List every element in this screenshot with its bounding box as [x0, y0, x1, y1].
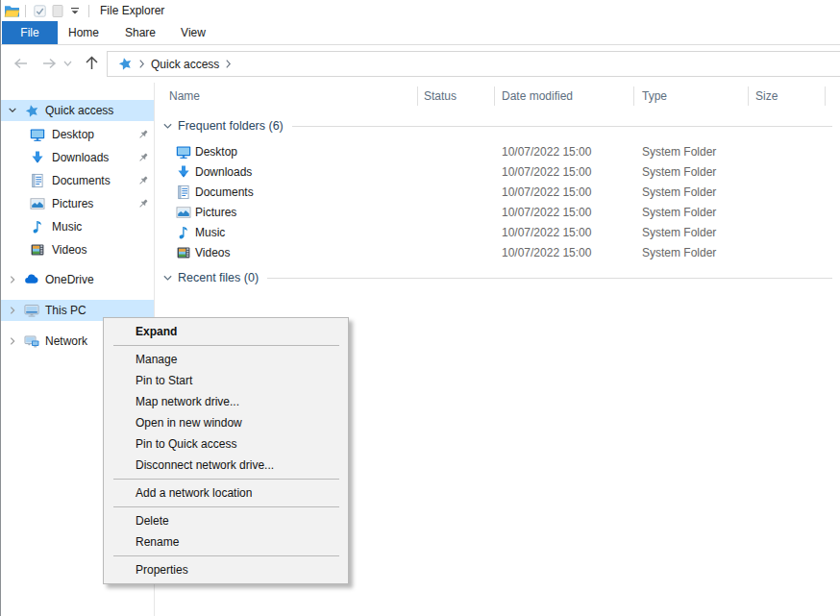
menu-item-pin-to-quick-access[interactable]: Pin to Quick access	[104, 433, 348, 455]
sidebar-item-label: Network	[45, 334, 87, 348]
sidebar-item-quick-access[interactable]: Quick access	[1, 100, 154, 121]
chevron-down-icon[interactable]	[162, 273, 173, 283]
chevron-down-icon[interactable]	[8, 106, 24, 115]
tab-label: Home	[68, 26, 99, 39]
sidebar-item-label: Downloads	[52, 151, 109, 164]
menu-item-pin-to-start[interactable]: Pin to Start	[104, 370, 348, 391]
sidebar-item-pictures[interactable]: Pictures	[1, 192, 154, 215]
sidebar-item-documents[interactable]: Documents	[1, 169, 154, 192]
sidebar-item-downloads[interactable]: Downloads	[1, 146, 154, 169]
file-name: Music	[195, 226, 225, 239]
videos-icon	[176, 245, 191, 260]
tab-share[interactable]: Share	[110, 21, 171, 44]
forward-button[interactable]	[41, 57, 58, 70]
file-row-music[interactable]: Music10/07/2022 15:00System Folder	[156, 222, 832, 242]
file-name: Downloads	[195, 165, 252, 179]
file-row-pictures[interactable]: Pictures10/07/2022 15:00System Folder	[156, 202, 832, 222]
file-date-modified: 10/07/2022 15:00	[502, 165, 642, 179]
music-icon	[30, 219, 45, 234]
file-type: System Folder	[642, 246, 716, 259]
breadcrumb-chevron-icon[interactable]	[225, 59, 232, 69]
sidebar-item-onedrive[interactable]: OneDrive	[1, 269, 154, 290]
column-header-date-modified[interactable]: Date modified	[502, 85, 573, 108]
menu-item-open-in-new-window[interactable]: Open in new window	[104, 412, 348, 433]
column-divider[interactable]	[494, 86, 495, 106]
column-header-size[interactable]: Size	[755, 85, 778, 108]
column-header-name[interactable]: Name	[169, 85, 200, 108]
group-header-frequent-folders-6[interactable]: Frequent folders (6)	[156, 115, 832, 136]
sidebar-item-videos[interactable]: Videos	[1, 238, 154, 261]
chevron-down-icon[interactable]	[162, 121, 173, 132]
toolbar-separator	[88, 5, 89, 17]
back-button[interactable]	[12, 57, 29, 70]
menu-item-add-a-network-location[interactable]: Add a network location	[104, 482, 348, 504]
file-type: System Folder	[642, 226, 716, 239]
context-menu: ExpandManagePin to StartMap network driv…	[103, 317, 349, 584]
sidebar-item-label: Videos	[52, 243, 86, 257]
pin-icon	[137, 129, 149, 140]
pin-icon	[137, 152, 149, 163]
column-divider[interactable]	[748, 86, 749, 106]
file-type: System Folder	[642, 206, 716, 219]
file-name: Videos	[195, 246, 230, 259]
menu-item-delete[interactable]: Delete	[104, 510, 348, 531]
column-headers: NameStatusDate modifiedTypeSize	[156, 85, 840, 108]
pictures-icon	[176, 205, 191, 220]
chevron-right-icon[interactable]	[8, 306, 24, 315]
qat-customize-dropdown-icon[interactable]	[69, 5, 81, 16]
pin-icon	[137, 175, 149, 186]
downloads-icon	[30, 150, 45, 165]
network-icon	[24, 333, 39, 349]
pictures-icon	[30, 196, 45, 211]
file-type: System Folder	[642, 165, 716, 179]
file-row-videos[interactable]: Videos10/07/2022 15:00System Folder	[156, 242, 832, 262]
onedrive-icon	[24, 272, 39, 287]
videos-icon	[30, 242, 45, 258]
star-icon	[24, 103, 39, 118]
up-button[interactable]	[85, 55, 99, 71]
file-row-documents[interactable]: Documents10/07/2022 15:00System Folder	[156, 182, 832, 202]
file-name-cell: Downloads	[156, 164, 502, 180]
menu-item-disconnect-network-drive[interactable]: Disconnect network drive...	[104, 455, 348, 476]
qat-properties-icon[interactable]	[34, 5, 46, 17]
file-row-desktop[interactable]: Desktop10/07/2022 15:00System Folder	[156, 141, 832, 161]
menu-item-properties[interactable]: Properties	[104, 559, 348, 580]
group-header-recent-files-0[interactable]: Recent files (0)	[156, 267, 832, 288]
menu-item-map-network-drive[interactable]: Map network drive...	[104, 391, 348, 412]
chevron-right-icon[interactable]	[8, 336, 24, 346]
file-date-modified: 10/07/2022 15:00	[502, 226, 642, 239]
menu-item-rename[interactable]: Rename	[104, 531, 348, 553]
file-list-content: Frequent folders (6)Desktop10/07/2022 15…	[156, 115, 832, 288]
file-date-modified: 10/07/2022 15:00	[502, 206, 642, 219]
column-divider[interactable]	[633, 86, 634, 106]
chevron-right-icon[interactable]	[8, 275, 24, 284]
file-date-modified: 10/07/2022 15:00	[502, 145, 642, 159]
qat-new-folder-icon[interactable]	[52, 5, 63, 17]
sidebar-item-label: Music	[52, 220, 82, 234]
file-explorer-icon	[4, 4, 20, 18]
recent-locations-dropdown-icon[interactable]	[63, 61, 72, 67]
tab-home[interactable]: Home	[58, 21, 110, 44]
column-divider[interactable]	[417, 86, 418, 106]
tab-file[interactable]: File	[2, 21, 58, 44]
breadcrumb-quick-access[interactable]: Quick access	[151, 58, 219, 71]
address-bar[interactable]: Quick access	[107, 51, 840, 77]
sidebar-item-label: Pictures	[52, 197, 93, 210]
tab-label: File	[20, 26, 38, 39]
sidebar-item-desktop[interactable]: Desktop	[1, 123, 154, 146]
menu-separator	[113, 479, 339, 480]
menu-item-manage[interactable]: Manage	[104, 349, 348, 370]
column-divider[interactable]	[825, 86, 826, 106]
music-icon	[176, 225, 191, 240]
tab-view[interactable]: View	[171, 21, 215, 44]
menu-item-expand[interactable]: Expand	[104, 321, 348, 342]
column-header-status[interactable]: Status	[424, 85, 457, 108]
sidebar-item-music[interactable]: Music	[1, 215, 154, 238]
toolbar-separator	[25, 5, 26, 17]
menu-separator	[113, 555, 339, 556]
breadcrumb-chevron-icon[interactable]	[138, 59, 145, 69]
file-row-downloads[interactable]: Downloads10/07/2022 15:00System Folder	[156, 161, 832, 182]
group-label: Frequent folders (6)	[178, 119, 284, 133]
column-header-type[interactable]: Type	[642, 85, 667, 108]
documents-icon	[176, 185, 191, 200]
